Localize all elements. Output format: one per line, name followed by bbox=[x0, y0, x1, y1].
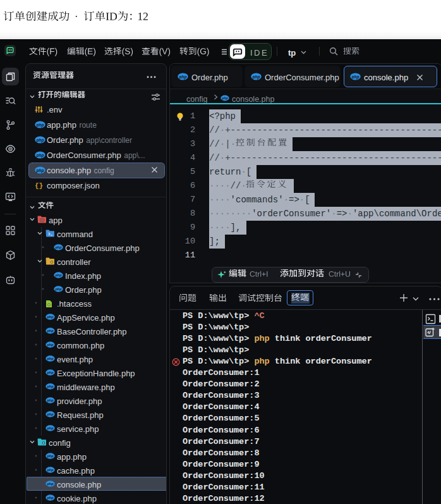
svg-text:php: php bbox=[46, 454, 54, 458]
svg-text:php: php bbox=[54, 273, 62, 277]
svg-text:php: php bbox=[46, 496, 54, 500]
svg-text:php: php bbox=[179, 75, 187, 80]
svg-text:php: php bbox=[46, 315, 54, 319]
svg-text:{}: {} bbox=[35, 182, 43, 189]
svg-text:php: php bbox=[46, 357, 54, 360]
svg-text:php: php bbox=[221, 96, 227, 100]
svg-text:php: php bbox=[46, 468, 54, 472]
svg-text:php: php bbox=[36, 153, 44, 158]
svg-text:php: php bbox=[46, 426, 54, 430]
svg-text:php: php bbox=[252, 75, 260, 80]
svg-text:php: php bbox=[351, 75, 359, 80]
svg-text:php: php bbox=[36, 123, 44, 128]
svg-text:php: php bbox=[46, 412, 54, 416]
svg-text:php: php bbox=[36, 168, 44, 173]
svg-text:php: php bbox=[36, 138, 44, 143]
svg-text:php: php bbox=[54, 245, 62, 249]
svg-text:php: php bbox=[46, 371, 54, 374]
svg-text:php: php bbox=[46, 384, 54, 388]
svg-text:php: php bbox=[54, 287, 62, 291]
svg-text:php: php bbox=[46, 398, 54, 402]
svg-text:php: php bbox=[46, 482, 54, 486]
svg-text:php: php bbox=[46, 329, 54, 333]
svg-text:php: php bbox=[46, 343, 54, 347]
